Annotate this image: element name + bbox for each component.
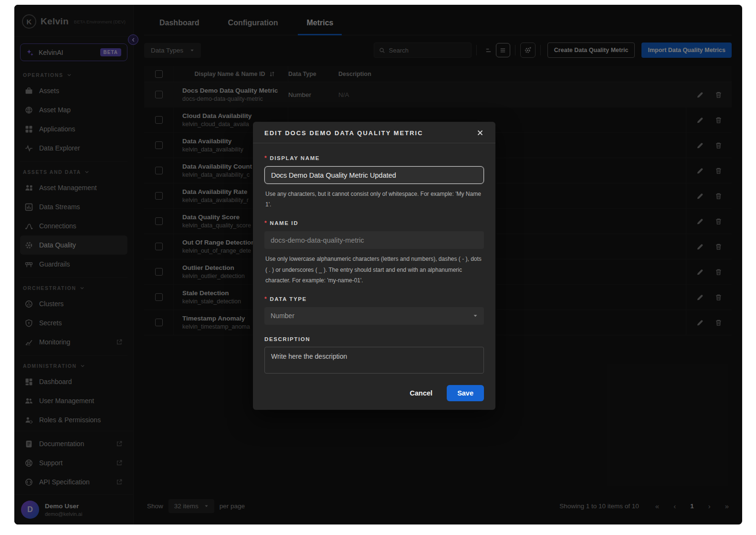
data-type-value: Number (271, 312, 294, 320)
app-window: K Kelvin BETA Environment (DEV) KelvinAI… (14, 5, 742, 524)
close-icon[interactable] (476, 129, 484, 137)
required-asterisk (264, 220, 270, 226)
description-label: DESCRIPTION (264, 336, 310, 342)
required-asterisk (264, 296, 270, 302)
name-id-help: Use only lowercase alphanumeric characte… (265, 254, 483, 286)
description-textarea[interactable] (264, 347, 484, 374)
edit-metric-modal: EDIT DOCS DEMO DATA QUALITY METRIC DISPL… (253, 122, 495, 410)
display-name-help: Use any characters, but it cannot consis… (265, 189, 483, 210)
display-name-input[interactable] (264, 166, 484, 184)
name-id-label: NAME ID (270, 220, 298, 226)
modal-header: EDIT DOCS DEMO DATA QUALITY METRIC (253, 122, 495, 143)
caret-down-icon (473, 313, 478, 318)
modal-title: EDIT DOCS DEMO DATA QUALITY METRIC (264, 129, 423, 137)
cancel-button[interactable]: Cancel (410, 389, 433, 397)
save-button[interactable]: Save (447, 385, 484, 401)
required-asterisk (264, 155, 270, 161)
modal-body: DISPLAY NAME Use any characters, but it … (253, 143, 495, 375)
data-type-select[interactable]: Number (264, 307, 484, 325)
display-name-label: DISPLAY NAME (270, 155, 320, 161)
name-id-input (264, 231, 484, 249)
data-type-label: DATA TYPE (270, 296, 306, 302)
modal-footer: Cancel Save (253, 375, 495, 413)
